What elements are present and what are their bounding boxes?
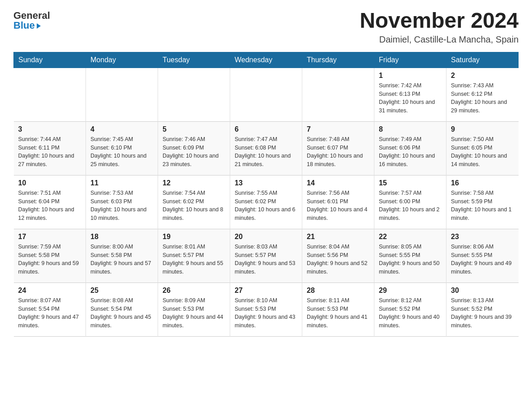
day-info: Sunrise: 7:43 AMSunset: 6:12 PMDaylight:… xyxy=(451,81,514,115)
day-number: 22 xyxy=(379,233,442,241)
day-info: Sunrise: 7:46 AMSunset: 6:09 PMDaylight:… xyxy=(163,135,225,169)
day-number: 19 xyxy=(163,233,225,241)
day-number: 16 xyxy=(451,179,514,187)
day-header-friday: Friday xyxy=(374,52,446,68)
calendar-cell: 29Sunrise: 8:12 AMSunset: 5:52 PMDayligh… xyxy=(374,283,446,336)
day-info: Sunrise: 7:47 AMSunset: 6:08 PMDaylight:… xyxy=(235,135,297,169)
calendar-cell: 30Sunrise: 8:13 AMSunset: 5:52 PMDayligh… xyxy=(446,283,519,336)
day-info: Sunrise: 7:56 AMSunset: 6:01 PMDaylight:… xyxy=(307,189,369,223)
calendar-cell: 25Sunrise: 8:08 AMSunset: 5:54 PMDayligh… xyxy=(86,283,158,336)
day-number: 9 xyxy=(451,125,514,133)
calendar-cell: 13Sunrise: 7:55 AMSunset: 6:02 PMDayligh… xyxy=(230,175,302,229)
calendar-cell: 22Sunrise: 8:05 AMSunset: 5:55 PMDayligh… xyxy=(374,229,446,283)
day-info: Sunrise: 7:50 AMSunset: 6:05 PMDaylight:… xyxy=(451,135,514,169)
day-info: Sunrise: 8:10 AMSunset: 5:53 PMDaylight:… xyxy=(235,296,297,330)
week-row-3: 10Sunrise: 7:51 AMSunset: 6:04 PMDayligh… xyxy=(14,175,519,229)
day-info: Sunrise: 8:06 AMSunset: 5:55 PMDaylight:… xyxy=(451,243,514,276)
calendar-cell: 24Sunrise: 8:07 AMSunset: 5:54 PMDayligh… xyxy=(14,283,86,336)
day-info: Sunrise: 7:54 AMSunset: 6:02 PMDaylight:… xyxy=(163,189,225,223)
calendar-cell xyxy=(230,68,302,121)
day-info: Sunrise: 8:03 AMSunset: 5:57 PMDaylight:… xyxy=(235,243,297,276)
day-header-tuesday: Tuesday xyxy=(158,52,230,68)
calendar-cell: 4Sunrise: 7:45 AMSunset: 6:10 PMDaylight… xyxy=(86,121,158,175)
calendar-title: November 2024 xyxy=(360,9,519,33)
day-info: Sunrise: 7:44 AMSunset: 6:11 PMDaylight:… xyxy=(18,135,82,169)
day-number: 29 xyxy=(379,287,442,295)
day-info: Sunrise: 8:11 AMSunset: 5:53 PMDaylight:… xyxy=(307,296,369,330)
calendar-cell: 21Sunrise: 8:04 AMSunset: 5:56 PMDayligh… xyxy=(302,229,374,283)
calendar-cell: 23Sunrise: 8:06 AMSunset: 5:55 PMDayligh… xyxy=(446,229,519,283)
calendar-cell: 14Sunrise: 7:56 AMSunset: 6:01 PMDayligh… xyxy=(302,175,374,229)
day-header-monday: Monday xyxy=(86,52,158,68)
calendar-cell: 11Sunrise: 7:53 AMSunset: 6:03 PMDayligh… xyxy=(86,175,158,229)
day-number: 26 xyxy=(163,287,225,295)
calendar-cell: 2Sunrise: 7:43 AMSunset: 6:12 PMDaylight… xyxy=(446,68,519,121)
day-info: Sunrise: 8:00 AMSunset: 5:58 PMDaylight:… xyxy=(90,243,153,276)
day-number: 15 xyxy=(379,179,442,187)
day-number: 21 xyxy=(307,233,369,241)
calendar-cell xyxy=(302,68,374,121)
day-number: 11 xyxy=(90,179,153,187)
calendar-cell xyxy=(158,68,230,121)
day-info: Sunrise: 8:08 AMSunset: 5:54 PMDaylight:… xyxy=(90,296,153,330)
day-info: Sunrise: 7:58 AMSunset: 5:59 PMDaylight:… xyxy=(451,189,514,223)
calendar-cell: 9Sunrise: 7:50 AMSunset: 6:05 PMDaylight… xyxy=(446,121,519,175)
day-number: 6 xyxy=(235,125,297,133)
calendar-cell: 5Sunrise: 7:46 AMSunset: 6:09 PMDaylight… xyxy=(158,121,230,175)
day-number: 28 xyxy=(307,287,369,295)
calendar-cell: 16Sunrise: 7:58 AMSunset: 5:59 PMDayligh… xyxy=(446,175,519,229)
day-info: Sunrise: 8:12 AMSunset: 5:52 PMDaylight:… xyxy=(379,296,442,330)
logo-blue-text: Blue xyxy=(13,21,41,30)
day-info: Sunrise: 8:07 AMSunset: 5:54 PMDaylight:… xyxy=(18,296,82,330)
day-number: 12 xyxy=(163,179,225,187)
day-info: Sunrise: 7:42 AMSunset: 6:13 PMDaylight:… xyxy=(379,81,442,115)
week-row-5: 24Sunrise: 8:07 AMSunset: 5:54 PMDayligh… xyxy=(14,283,519,336)
logo: General Blue xyxy=(13,9,50,30)
day-number: 17 xyxy=(18,233,82,241)
day-number: 5 xyxy=(163,125,225,133)
calendar-cell: 15Sunrise: 7:57 AMSunset: 6:00 PMDayligh… xyxy=(374,175,446,229)
day-info: Sunrise: 8:09 AMSunset: 5:53 PMDaylight:… xyxy=(163,296,225,330)
logo-arrow-icon xyxy=(37,23,41,29)
day-info: Sunrise: 7:51 AMSunset: 6:04 PMDaylight:… xyxy=(18,189,82,223)
week-row-1: 1Sunrise: 7:42 AMSunset: 6:13 PMDaylight… xyxy=(14,68,519,121)
days-header-row: SundayMondayTuesdayWednesdayThursdayFrid… xyxy=(14,52,519,68)
calendar-cell xyxy=(14,68,86,121)
day-number: 4 xyxy=(90,125,153,133)
day-header-saturday: Saturday xyxy=(446,52,519,68)
day-header-wednesday: Wednesday xyxy=(230,52,302,68)
calendar-cell xyxy=(86,68,158,121)
calendar-cell: 19Sunrise: 8:01 AMSunset: 5:57 PMDayligh… xyxy=(158,229,230,283)
day-info: Sunrise: 7:59 AMSunset: 5:58 PMDaylight:… xyxy=(18,243,82,276)
week-row-4: 17Sunrise: 7:59 AMSunset: 5:58 PMDayligh… xyxy=(14,229,519,283)
day-number: 20 xyxy=(235,233,297,241)
calendar-cell: 6Sunrise: 7:47 AMSunset: 6:08 PMDaylight… xyxy=(230,121,302,175)
calendar-cell: 3Sunrise: 7:44 AMSunset: 6:11 PMDaylight… xyxy=(14,121,86,175)
calendar-cell: 12Sunrise: 7:54 AMSunset: 6:02 PMDayligh… xyxy=(158,175,230,229)
calendar-cell: 10Sunrise: 7:51 AMSunset: 6:04 PMDayligh… xyxy=(14,175,86,229)
day-number: 30 xyxy=(451,287,514,295)
day-header-thursday: Thursday xyxy=(302,52,374,68)
day-number: 25 xyxy=(90,287,153,295)
day-info: Sunrise: 7:49 AMSunset: 6:06 PMDaylight:… xyxy=(379,135,442,169)
calendar-cell: 26Sunrise: 8:09 AMSunset: 5:53 PMDayligh… xyxy=(158,283,230,336)
title-block: November 2024 Daimiel, Castille-La Manch… xyxy=(360,9,519,45)
day-number: 24 xyxy=(18,287,82,295)
calendar-cell: 28Sunrise: 8:11 AMSunset: 5:53 PMDayligh… xyxy=(302,283,374,336)
day-number: 23 xyxy=(451,233,514,241)
calendar-subtitle: Daimiel, Castille-La Mancha, Spain xyxy=(360,34,519,45)
week-row-2: 3Sunrise: 7:44 AMSunset: 6:11 PMDaylight… xyxy=(14,121,519,175)
calendar-cell: 7Sunrise: 7:48 AMSunset: 6:07 PMDaylight… xyxy=(302,121,374,175)
day-number: 8 xyxy=(379,125,442,133)
day-number: 1 xyxy=(379,72,442,80)
calendar-cell: 1Sunrise: 7:42 AMSunset: 6:13 PMDaylight… xyxy=(374,68,446,121)
day-info: Sunrise: 8:01 AMSunset: 5:57 PMDaylight:… xyxy=(163,243,225,276)
day-info: Sunrise: 7:48 AMSunset: 6:07 PMDaylight:… xyxy=(307,135,369,169)
day-number: 18 xyxy=(90,233,153,241)
day-number: 27 xyxy=(235,287,297,295)
calendar-cell: 8Sunrise: 7:49 AMSunset: 6:06 PMDaylight… xyxy=(374,121,446,175)
calendar-cell: 27Sunrise: 8:10 AMSunset: 5:53 PMDayligh… xyxy=(230,283,302,336)
calendar-table: SundayMondayTuesdayWednesdayThursdayFrid… xyxy=(13,52,519,337)
day-info: Sunrise: 7:57 AMSunset: 6:00 PMDaylight:… xyxy=(379,189,442,223)
day-number: 10 xyxy=(18,179,82,187)
